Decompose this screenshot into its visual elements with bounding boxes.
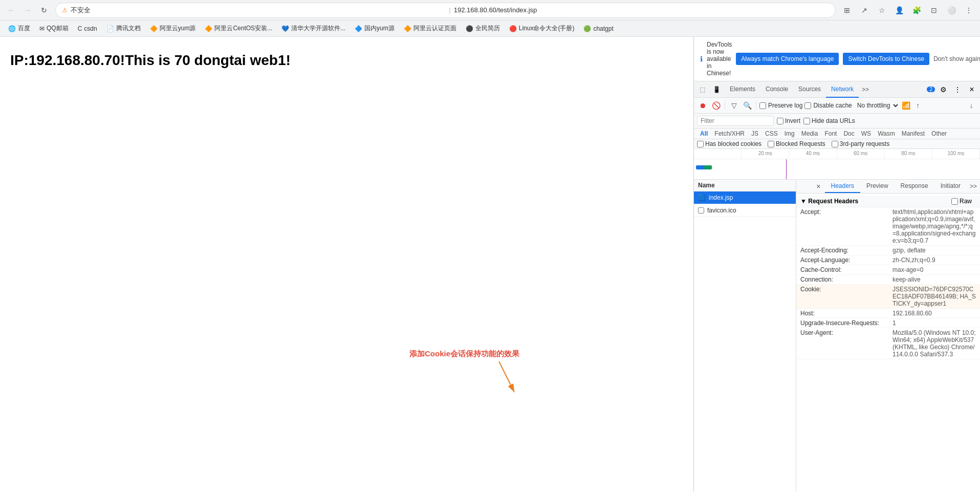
- tab-sources[interactable]: Sources: [793, 81, 826, 98]
- menu-icon[interactable]: ⋮: [962, 3, 976, 17]
- forward-button[interactable]: →: [20, 3, 35, 17]
- header-row-cookie: Cookie: JSESSIONID=76DFC92570CEC18ADF07B…: [796, 285, 980, 309]
- timeline-vertical-line: [786, 159, 787, 180]
- bookmark-icon[interactable]: ☆: [875, 3, 889, 17]
- header-key-cookie: Cookie:: [800, 286, 892, 307]
- disable-cache-text: Disable cache: [813, 102, 852, 109]
- preserve-log-label[interactable]: Preserve log: [759, 102, 802, 109]
- filter-input[interactable]: [697, 116, 774, 126]
- preserve-log-checkbox[interactable]: [759, 102, 766, 109]
- bookmark-tsinghua[interactable]: 💙 清华大学开源软件...: [277, 23, 350, 34]
- timeline-mark-3: 60 ms: [837, 149, 885, 159]
- filter-button[interactable]: ▽: [728, 100, 739, 111]
- hide-data-urls-checkbox[interactable]: [803, 118, 810, 124]
- third-party-checkbox[interactable]: [832, 141, 838, 147]
- bookmark-chatgpt[interactable]: 🟢 chatgpt: [579, 24, 617, 33]
- tab-network[interactable]: Network: [826, 81, 859, 98]
- bookmark-qqmail[interactable]: ✉ QQ邮箱: [35, 23, 73, 34]
- bookmark-resume[interactable]: ⚫ 全民简历: [462, 23, 504, 34]
- reload-button[interactable]: ↻: [37, 3, 51, 17]
- tab-elements[interactable]: Elements: [725, 81, 760, 98]
- match-language-button[interactable]: Always match Chrome's language: [736, 53, 839, 65]
- bookmark-aliyun-yum[interactable]: 🔶 阿里云yum源: [146, 23, 200, 34]
- bookmarks-bar: 🌐 百度 ✉ QQ邮箱 C csdn 📄 腾讯文档 🔶 阿里云yum源 🔶 阿里…: [0, 20, 980, 37]
- bookmark-linux[interactable]: 🔴 Linux命令大全(手册): [505, 23, 579, 34]
- device-toolbar-icon[interactable]: 📱: [710, 83, 723, 96]
- has-blocked-cookies-checkbox[interactable]: [697, 141, 704, 147]
- bookmark-tencent[interactable]: 📄 腾讯文档: [102, 23, 145, 34]
- tabs-more-icon[interactable]: >>: [859, 86, 872, 93]
- headers-tab-response[interactable]: Response: [895, 180, 934, 193]
- split-pane: Name 🟦 index.jsp favicon.ico × Headers P…: [694, 180, 980, 492]
- devtools-close-button[interactable]: ×: [966, 83, 978, 96]
- file-checkbox-favicon[interactable]: [698, 207, 704, 213]
- address-bar-container[interactable]: ⚠ 不安全 | 192.168.80.60/test/index.jsp: [55, 3, 836, 18]
- headers-tab-headers[interactable]: Headers: [825, 180, 860, 193]
- switch-chinese-button[interactable]: Switch DevTools to Chinese: [843, 53, 929, 65]
- devtools-more-button[interactable]: ⋮: [951, 83, 964, 96]
- headers-pane: × Headers Preview Response Initiator >> …: [796, 180, 980, 492]
- bookmark-csdn[interactable]: C csdn: [74, 24, 101, 33]
- profile-icon[interactable]: 👤: [892, 3, 906, 17]
- toolbar-sep1: [725, 101, 725, 110]
- window-icon[interactable]: ⊡: [927, 3, 941, 17]
- clear-button[interactable]: 🚫: [710, 100, 722, 111]
- filter-type-img[interactable]: Img: [781, 130, 798, 138]
- bookmark-baidu[interactable]: 🌐 百度: [4, 23, 34, 34]
- file-item-index[interactable]: 🟦 index.jsp: [694, 191, 796, 204]
- headers-tab-initiator[interactable]: Initiator: [934, 180, 967, 193]
- hide-data-urls-text: Hide data URLs: [812, 117, 855, 124]
- filter-type-all[interactable]: All: [697, 130, 711, 138]
- filter-type-wasm[interactable]: Wasm: [875, 130, 898, 138]
- raw-checkbox[interactable]: [951, 198, 958, 205]
- filter-type-manifest[interactable]: Manifest: [899, 130, 928, 138]
- translate-icon[interactable]: ⊞: [840, 3, 854, 17]
- invert-checkbox[interactable]: [777, 118, 783, 124]
- file-item-favicon[interactable]: favicon.ico: [694, 204, 796, 217]
- tab-console[interactable]: Console: [760, 81, 793, 98]
- extension-icon[interactable]: 🧩: [909, 3, 924, 17]
- account-icon[interactable]: ⚪: [944, 3, 959, 17]
- header-row-accept-language: Accept-Language: zh-CN,zh;q=0.9: [796, 255, 980, 265]
- svg-line-1: [499, 361, 514, 392]
- blocked-requests-checkbox[interactable]: [768, 141, 774, 147]
- dont-show-button[interactable]: Don't show again: [933, 55, 980, 62]
- filter-type-font[interactable]: Font: [821, 130, 840, 138]
- blocked-requests-label[interactable]: Blocked Requests: [768, 140, 825, 147]
- filter-type-css[interactable]: CSS: [762, 130, 781, 138]
- bookmark-tencent-label: 腾讯文档: [116, 24, 141, 33]
- bookmark-resume-icon: ⚫: [466, 25, 473, 32]
- devtools-settings-button[interactable]: ⚙: [937, 83, 949, 96]
- third-party-label[interactable]: 3rd-party requests: [832, 140, 889, 147]
- filter-type-fetchxhr[interactable]: Fetch/XHR: [711, 130, 748, 138]
- invert-label[interactable]: Invert: [777, 117, 800, 124]
- record-button[interactable]: ⏺: [697, 100, 708, 111]
- filter-type-other[interactable]: Other: [928, 130, 950, 138]
- filter-type-ws[interactable]: WS: [858, 130, 874, 138]
- timeline-area: 20 ms 40 ms 60 ms 80 ms 100 ms: [694, 149, 980, 180]
- hide-data-urls-label[interactable]: Hide data URLs: [803, 117, 855, 124]
- share-icon[interactable]: ↗: [857, 3, 872, 17]
- upload-button[interactable]: ↑: [912, 100, 924, 111]
- raw-checkbox-label[interactable]: Raw: [951, 198, 976, 205]
- bookmark-yum[interactable]: 🔷 国内yum源: [351, 23, 399, 34]
- file-name-index: index.jsp: [709, 194, 733, 201]
- headers-tabs-more[interactable]: >>: [967, 180, 980, 193]
- throttling-select[interactable]: No throttling: [854, 101, 900, 110]
- headers-tab-preview[interactable]: Preview: [860, 180, 895, 193]
- bookmark-aliyun-centos[interactable]: 🔶 阿里云CentOS安装...: [201, 23, 276, 34]
- back-button[interactable]: ←: [4, 3, 18, 17]
- main-area: IP:192.168.80.70!This is 70 dongtai web1…: [0, 37, 980, 492]
- filter-type-js[interactable]: JS: [748, 130, 761, 138]
- inspect-element-icon[interactable]: ⬚: [696, 83, 708, 96]
- download-button[interactable]: ↓: [966, 100, 977, 111]
- bookmark-aliyun-cert[interactable]: 🔶 阿里云认证页面: [400, 23, 461, 34]
- header-value-connection: keep-alive: [892, 276, 921, 283]
- filter-type-doc[interactable]: Doc: [840, 130, 857, 138]
- headers-close-button[interactable]: ×: [812, 180, 824, 193]
- filter-type-media[interactable]: Media: [798, 130, 821, 138]
- has-blocked-cookies-label[interactable]: Has blocked cookies: [697, 140, 761, 147]
- disable-cache-label[interactable]: Disable cache: [804, 102, 852, 109]
- search-button[interactable]: 🔍: [742, 100, 753, 111]
- disable-cache-checkbox[interactable]: [804, 102, 811, 109]
